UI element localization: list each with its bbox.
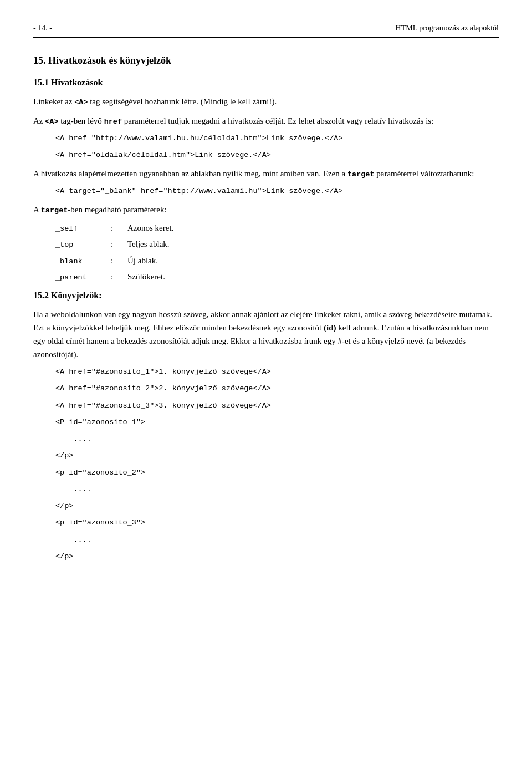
param-self: _self : Azonos keret. (55, 222, 499, 235)
param-parent-key: _parent (55, 272, 111, 283)
param-self-desc: Azonos keret. (127, 222, 173, 235)
param-parent: _parent : Szülőkeret. (55, 271, 499, 283)
section-15-2-title: 15.2 Könyvjelzők: (33, 289, 499, 302)
section-15-title: 15. Hivatkozások és könyvjelzők (33, 53, 499, 68)
param-blank-colon: : (111, 254, 127, 267)
param-blank-desc: Új ablak. (127, 254, 158, 267)
param-parent-colon: : (111, 271, 127, 283)
code-bookmarks-block: <A href="#azonosito_1">1. könyvjelző szö… (55, 366, 499, 562)
section-15-1-title: 15.1 Hivatkozások (33, 76, 499, 89)
para-links-intro: Linkeket az <A> tag segítségével hozhatu… (33, 95, 499, 109)
header-right: HTML programozás az alapoktól (396, 22, 499, 34)
code-p-id-3-close: </p> (55, 551, 499, 562)
code-bookmark-link-3: <A href="#azonosito_3">3. könyvjelző szö… (55, 400, 499, 411)
param-blank-key: _blank (55, 256, 111, 267)
a-tag-ref: <A> (74, 98, 88, 106)
param-top-desc: Teljes ablak. (127, 238, 170, 251)
param-blank: _blank : Új ablak. (55, 254, 499, 267)
id-keyword: (id) (324, 323, 336, 332)
page-header: - 14. - HTML programozás az alapoktól (33, 22, 499, 38)
code-p-id-1-close: </p> (55, 450, 499, 461)
target-keyword: target (347, 170, 375, 179)
param-top-colon: : (111, 238, 127, 251)
code-p-id-2-open: <p id="azonosito_2"> (55, 467, 499, 478)
code-p-id-2-dots: .... (55, 484, 499, 495)
para-bookmarks-intro: Ha a weboldalunkon van egy nagyon hosszú… (33, 308, 499, 361)
code-target-blank: <A target="_blank" href="http://www.vala… (55, 186, 499, 197)
code-bookmark-link-2: <A href="#azonosito_2">2. könyvjelző szö… (55, 383, 499, 394)
param-parent-desc: Szülőkeret. (127, 271, 165, 283)
href-keyword: href (104, 118, 122, 126)
param-self-colon: : (111, 222, 127, 235)
code-relative-link: <A href="oldalak/céloldal.htm">Link szöv… (55, 150, 499, 161)
code-p-id-2-close: </p> (55, 501, 499, 512)
param-self-key: _self (55, 223, 111, 235)
header-left: - 14. - (33, 22, 52, 34)
code-bookmark-link-1: <A href="#azonosito_1">1. könyvjelző szö… (55, 366, 499, 378)
code-p-id-3-open: <p id="azonosito_3"> (55, 517, 499, 528)
code-p-id-1-open: <P id="azonosito_1"> (55, 417, 499, 428)
code-absolute-link: <A href="http://www.valami.hu.hu/célolda… (55, 133, 499, 144)
a-tag-ref2: <A> (45, 118, 58, 126)
code-p-id-3-dots: .... (55, 534, 499, 546)
para-target-intro: A hivatkozás alapértelmezetten ugyanabba… (33, 167, 499, 181)
para-target-params-intro: A target-ben megadható paraméterek: (33, 203, 499, 217)
param-top: _top : Teljes ablak. (55, 238, 499, 251)
code-p-id-1-dots: .... (55, 434, 499, 445)
target-keyword2: target (41, 206, 68, 215)
para-href-intro: Az <A> tag-ben lévő href paraméterrel tu… (33, 114, 499, 128)
param-top-key: _top (55, 240, 111, 251)
target-params-table: _self : Azonos keret. _top : Teljes abla… (55, 222, 499, 283)
